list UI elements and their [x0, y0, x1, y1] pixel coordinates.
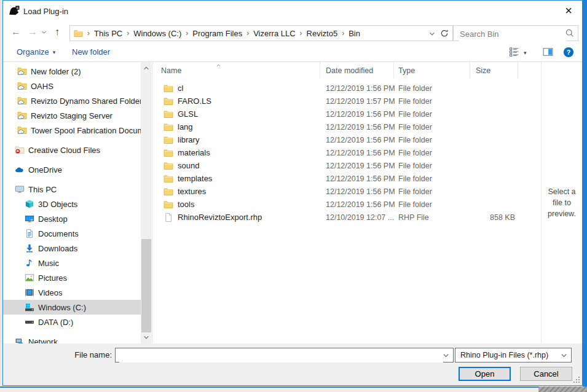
file-row-materials[interactable]: materials12/12/2019 1:56 PMFile folder: [154, 146, 541, 159]
scroll-up-icon[interactable]: [143, 65, 150, 72]
sidebar-item-revizto-dynamo-shared-folder[interactable]: Revizto Dynamo Shared Folder: [3, 93, 141, 108]
sidebar-item-onedrive[interactable]: OneDrive: [3, 162, 141, 177]
file-row-faro-ls[interactable]: FARO.LS12/12/2019 1:57 PMFile folder: [154, 95, 541, 108]
file-row-tools[interactable]: tools12/12/2019 1:56 PMFile folder: [154, 198, 541, 211]
forward-arrow-icon[interactable]: →: [28, 26, 37, 38]
file-type: File folder: [394, 97, 470, 106]
sidebar-item-label: New folder (2): [31, 67, 81, 76]
sidebar-item-label: Network: [28, 337, 58, 344]
file-row-templates[interactable]: templates12/12/2019 1:56 PMFile folder: [154, 172, 541, 185]
desktop-icon: [25, 214, 34, 224]
back-arrow-icon[interactable]: ←: [11, 26, 21, 38]
column-headers: NameDate modifiedTypeSize: [154, 62, 541, 79]
folder-icon: [74, 29, 83, 38]
sidebar-item-desktop[interactable]: Desktop: [3, 211, 141, 226]
breadcrumb-separator-icon[interactable]: ›: [87, 29, 90, 37]
3d-objects-icon: [25, 199, 34, 209]
breadcrumb-segment-this-pc[interactable]: This PC: [94, 29, 122, 38]
sidebar-item-revizto-staging-server[interactable]: Revizto Staging Server: [3, 108, 141, 123]
breadcrumb-segment-bin[interactable]: Bin: [349, 29, 360, 38]
sidebar-item-tower-spool-fabrication-docum[interactable]: Tower Spool Fabrication Docum: [3, 123, 141, 138]
sidebar-item-label: Revizto Staging Server: [31, 111, 112, 120]
file-row-lang[interactable]: lang12/12/2019 1:56 PMFile folder: [154, 120, 541, 133]
column-header-date-modified[interactable]: Date modified: [320, 62, 394, 79]
column-header-name[interactable]: Name: [154, 62, 320, 79]
breadcrumb-segment-windows-c[interactable]: Windows (C:): [133, 29, 181, 38]
file-date: 12/12/2019 1:56 PM: [320, 162, 394, 170]
close-icon[interactable]: ×: [565, 2, 572, 18]
file-row-library[interactable]: library12/12/2019 1:56 PMFile folder: [154, 133, 541, 146]
sidebar-item-videos[interactable]: Videos: [3, 285, 141, 300]
file-type: File folder: [394, 187, 470, 196]
file-type: File folder: [394, 174, 470, 183]
file-name: library: [178, 135, 199, 144]
dialog-body: New folder (2)OAHSRevizto Dynamo Shared …: [3, 62, 582, 343]
file-name-dropdown-chevron-icon[interactable]: [442, 351, 450, 359]
breadcrumb-segments: ›This PC›Windows (C:)›Program Files›Vize…: [83, 29, 360, 38]
scroll-down-icon[interactable]: [143, 334, 150, 341]
file-name: textures: [178, 187, 206, 196]
file-row-glsl[interactable]: GLSL12/12/2019 1:56 PMFile folder: [154, 108, 541, 120]
sidebar-item-this-pc[interactable]: This PC: [3, 182, 141, 197]
breadcrumb-separator-icon[interactable]: ›: [300, 29, 302, 37]
scrollbar-thumb[interactable]: [141, 239, 151, 332]
address-dropdown-chevron-icon[interactable]: [428, 30, 436, 37]
new-folder-button[interactable]: New folder: [72, 47, 110, 57]
file-name-cell: GLSL: [154, 109, 320, 119]
organize-button[interactable]: Organize▾: [17, 47, 55, 57]
sidebar-item-pictures[interactable]: Pictures: [3, 270, 141, 285]
breadcrumb-separator-icon[interactable]: ›: [246, 29, 249, 37]
dialog-footer: File name: Rhino Plug-in Files (*.rhp) O…: [3, 343, 582, 385]
help-icon[interactable]: ?: [563, 47, 574, 58]
sidebar-item-music[interactable]: Music: [3, 256, 141, 270]
sidebar-item-oahs[interactable]: OAHS: [3, 79, 141, 93]
titlebar: 6 Load Plug-in ×: [3, 1, 582, 23]
preview-pane-toggle-icon[interactable]: [543, 47, 553, 57]
breadcrumb-segment-revizto5[interactable]: Revizto5: [307, 29, 338, 38]
folder-icon: [163, 148, 173, 158]
sidebar-item-documents[interactable]: Documents: [3, 226, 141, 241]
recent-locations-chevron-icon[interactable]: [41, 29, 47, 36]
file-name: cl: [178, 84, 183, 93]
search-icon[interactable]: [565, 28, 575, 38]
folder-icon: [163, 84, 173, 93]
cancel-button[interactable]: Cancel: [520, 367, 572, 381]
file-row-rhinoreviztoexport-rhp[interactable]: RhinoReviztoExport.rhp12/10/2019 12:07 .…: [154, 211, 541, 224]
file-row-textures[interactable]: textures12/12/2019 1:56 PMFile folder: [154, 185, 541, 198]
file-name: tools: [178, 200, 194, 209]
file-row-cl[interactable]: cl12/12/2019 1:56 PMFile folder: [154, 82, 541, 95]
sidebar-item-downloads[interactable]: Downloads: [3, 241, 141, 256]
breadcrumb-separator-icon[interactable]: ›: [186, 29, 188, 37]
onedrive-folder-icon: [17, 111, 27, 120]
sidebar-item-windows-c[interactable]: Windows (C:): [3, 300, 141, 315]
breadcrumb[interactable]: ›This PC›Windows (C:)›Program Files›Vize…: [69, 25, 453, 41]
file-row-sound[interactable]: sound12/12/2019 1:56 PMFile folder: [154, 159, 541, 172]
column-header-size[interactable]: Size: [470, 62, 518, 79]
sidebar-item-data-d[interactable]: DATA (D:): [3, 315, 141, 329]
drive-icon: [25, 317, 34, 327]
file-type-select[interactable]: Rhino Plug-in Files (*.rhp): [455, 348, 572, 363]
sidebar-item-new-folder-2[interactable]: New folder (2): [3, 64, 141, 79]
sidebar-item-network[interactable]: Network: [3, 334, 141, 343]
breadcrumb-segment-program-files[interactable]: Program Files: [192, 29, 242, 38]
svg-text:6: 6: [17, 6, 19, 10]
column-header-type[interactable]: Type: [394, 62, 470, 79]
preview-pane: Select a file to preview.: [541, 62, 582, 343]
refresh-icon[interactable]: [439, 28, 449, 38]
open-button[interactable]: Open: [459, 367, 511, 381]
up-arrow-icon[interactable]: ↑: [55, 26, 60, 38]
file-name-combo: [115, 348, 454, 363]
breadcrumb-segment-vizerra-llc[interactable]: Vizerra LLC: [253, 29, 295, 38]
breadcrumb-separator-icon[interactable]: ›: [342, 29, 344, 37]
file-name-cell: FARO.LS: [154, 96, 320, 106]
view-mode-icon[interactable]: [509, 47, 519, 57]
sidebar-scrollbar[interactable]: [141, 62, 152, 343]
column-header-blank[interactable]: [518, 62, 541, 79]
file-name-input[interactable]: [119, 349, 443, 363]
breadcrumb-separator-icon[interactable]: ›: [127, 29, 129, 37]
creative-cloud-icon: [15, 145, 25, 155]
search-input[interactable]: [459, 26, 567, 41]
resize-grip[interactable]: [573, 377, 580, 383]
sidebar-item-3d-objects[interactable]: 3D Objects: [3, 197, 141, 211]
sidebar-item-creative-cloud-files[interactable]: Creative Cloud Files: [3, 143, 141, 157]
